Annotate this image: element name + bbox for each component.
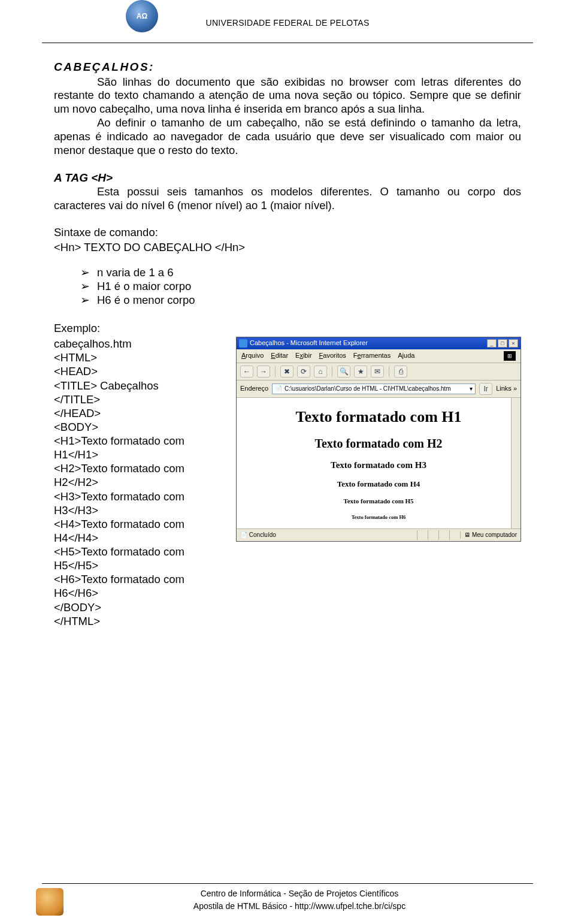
history-button[interactable]: ✉: [371, 366, 384, 378]
bullet-item: H1 é o maior corpo: [80, 280, 521, 294]
code-line: <H6>Texto formatado com: [54, 572, 228, 586]
page-icon: 📄: [240, 532, 247, 539]
page-icon: 📄: [275, 385, 282, 392]
rendered-h5: Texto formatado com H5: [244, 497, 513, 506]
code-line: H6</H6>: [54, 586, 228, 600]
windows-logo-icon: ⊞: [504, 351, 516, 361]
code-line: cabeçalhos.htm: [54, 337, 228, 351]
code-line: <HTML>: [54, 351, 228, 364]
header-title: UNIVERSIDADE FEDERAL DE PELOTAS: [205, 18, 369, 28]
browser-address-bar: Endereço 📄 C:\usuarios\Darlan\Curso de H…: [237, 381, 520, 398]
bullet-list: n varia de 1 a 6 H1 é o maior corpo H6 é…: [80, 266, 521, 307]
maximize-button[interactable]: □: [498, 339, 507, 348]
code-line: </HEAD>: [54, 406, 228, 420]
footer-line-1: Centro de Informática - Seção de Projeto…: [66, 887, 533, 899]
browser-titlebar[interactable]: Cabeçalhos - Microsoft Internet Explorer…: [237, 337, 520, 349]
code-line: <HEAD>: [54, 364, 228, 378]
back-button[interactable]: ←: [240, 366, 253, 378]
code-line: <H1>Texto formatado com: [54, 434, 228, 448]
rendered-h4: Texto formatado com H4: [244, 479, 513, 489]
syntax-line: <Hn> TEXTO DO CABEÇALHO </Hn>: [54, 241, 521, 255]
rendered-h3: Texto formatado com H3: [244, 460, 513, 471]
university-logo-icon: AΩ: [126, 0, 158, 32]
address-value: C:\usuarios\Darlan\Curso de HTML - CI\HT…: [285, 385, 451, 392]
code-line: <H3>Texto formatado com: [54, 490, 228, 503]
security-zone: Meu computador: [472, 532, 517, 539]
browser-toolbar: ← → ✖ ⟳ ⌂ 🔍 ★ ✉ ⎙: [237, 363, 520, 381]
browser-viewport: Texto formatado com H1 Texto formatado c…: [237, 398, 520, 529]
close-button[interactable]: ×: [509, 339, 518, 348]
bullet-item: H6 é o menor corpo: [80, 294, 521, 307]
search-button[interactable]: 🔍: [337, 366, 350, 378]
code-line: </BODY>: [54, 600, 228, 614]
browser-menubar: Arquivo Editar Exibir Favoritos Ferramen…: [237, 349, 520, 363]
browser-statusbar: 📄 Concluído 🖥 Meu computador: [237, 529, 520, 541]
go-button[interactable]: Ir: [479, 383, 492, 395]
code-line: <H2>Texto formatado com: [54, 461, 228, 475]
status-text: Concluído: [249, 532, 276, 539]
paragraph-1: São linhas do documento que são exibidas…: [54, 76, 521, 117]
footer-line-2: Apostila de HTML Básico - http://www.ufp…: [66, 900, 533, 912]
section-title-cabecalhos: CABEÇALHOS:: [54, 60, 521, 74]
code-line: <TITLE> Cabeçalhos: [54, 379, 228, 392]
browser-window-title: Cabeçalhos - Microsoft Internet Explorer: [250, 339, 368, 348]
menu-exibir[interactable]: Exibir: [295, 352, 312, 360]
menu-arquivo[interactable]: Arquivo: [241, 352, 264, 360]
paragraph-2: Ao definir o tamanho de um cabeçalho, nã…: [54, 116, 521, 158]
links-label[interactable]: Links »: [496, 385, 517, 393]
favorites-button[interactable]: ★: [354, 366, 367, 378]
paragraph-3: Esta possui seis tamanhos os modelos dif…: [54, 185, 521, 213]
code-example: cabeçalhos.htm <HTML> <HEAD> <TITLE> Cab…: [54, 337, 228, 628]
syntax-label: Sintaxe de comando:: [54, 226, 521, 240]
menu-ajuda[interactable]: Ajuda: [398, 352, 414, 360]
code-line: H4</H4>: [54, 531, 228, 545]
print-button[interactable]: ⎙: [394, 366, 407, 378]
code-line: H5</H5>: [54, 558, 228, 572]
menu-editar[interactable]: Editar: [271, 352, 288, 360]
footer-logo-icon: [36, 888, 63, 916]
section-title-tag-h: A TAG <H>: [54, 171, 521, 185]
menu-ferramentas[interactable]: Ferramentas: [353, 352, 391, 360]
rendered-h2: Texto formatado com H2: [244, 436, 513, 451]
code-line: </TITLE>: [54, 392, 228, 406]
forward-button[interactable]: →: [257, 366, 270, 378]
dropdown-icon[interactable]: ▾: [470, 385, 473, 392]
example-label: Exemplo:: [54, 322, 521, 336]
code-line: H1</H1>: [54, 448, 228, 461]
ie-icon: [239, 339, 247, 348]
code-line: H2</H2>: [54, 475, 228, 489]
code-line: </HTML>: [54, 614, 228, 628]
stop-button[interactable]: ✖: [280, 366, 293, 378]
refresh-button[interactable]: ⟳: [297, 366, 310, 378]
address-label: Endereço: [240, 385, 268, 393]
page-footer: 10 Centro de Informática - Seção de Proj…: [42, 883, 533, 912]
code-line: <H5>Texto formatado com: [54, 545, 228, 558]
browser-window: Cabeçalhos - Microsoft Internet Explorer…: [236, 337, 521, 542]
page-header: AΩ UNIVERSIDADE FEDERAL DE PELOTAS: [42, 0, 533, 43]
computer-icon: 🖥: [464, 532, 470, 539]
rendered-h1: Texto formatado com H1: [244, 407, 513, 427]
home-button[interactable]: ⌂: [314, 366, 327, 378]
code-line: <BODY>: [54, 420, 228, 434]
code-line: <H4>Texto formatado com: [54, 517, 228, 531]
minimize-button[interactable]: _: [487, 339, 497, 348]
document-content: CABEÇALHOS: São linhas do documento que …: [0, 43, 575, 628]
menu-favoritos[interactable]: Favoritos: [319, 352, 346, 360]
code-line: H3</H3>: [54, 503, 228, 517]
rendered-h6: Texto formatado com H6: [244, 514, 513, 521]
bullet-item: n varia de 1 a 6: [80, 266, 521, 280]
address-input[interactable]: 📄 C:\usuarios\Darlan\Curso de HTML - CI\…: [272, 384, 476, 394]
